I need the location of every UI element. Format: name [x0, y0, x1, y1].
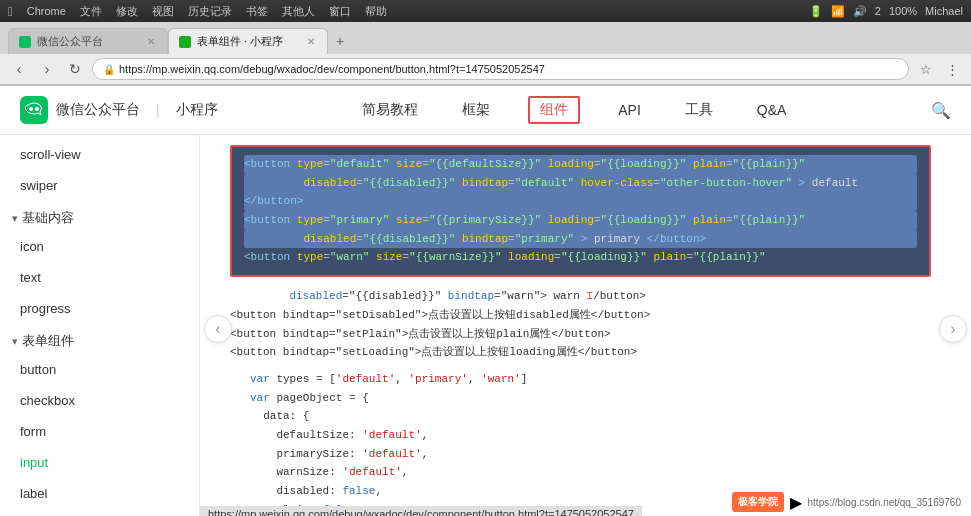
menu-help[interactable]: 帮助: [365, 4, 387, 19]
js-line-4: defaultSize: 'default',: [250, 426, 931, 445]
plain-line-1: disabled="{{disabled}}" bindtap="warn"> …: [230, 287, 931, 306]
tab-wechat[interactable]: 微信公众平台 ✕: [8, 28, 168, 54]
star-button[interactable]: ☆: [915, 58, 937, 80]
back-button[interactable]: ‹: [8, 58, 30, 80]
watermark: 极客学院 ▶ https://blog.csdn.net/qq_35169760: [732, 492, 961, 512]
nav-framework[interactable]: 框架: [456, 97, 496, 123]
next-arrow[interactable]: ›: [939, 315, 967, 343]
menu-view[interactable]: 视图: [152, 4, 174, 19]
mac-bar:  Chrome 文件 修改 视图 历史记录 书签 其他人 窗口 帮助 🔋 📶 …: [0, 0, 971, 22]
address-bar[interactable]: 🔒 https://mp.weixin.qq.com/debug/wxadoc/…: [92, 58, 909, 80]
plain-line-2: <button bindtap="setDisabled">点击设置以上按钮di…: [230, 306, 931, 325]
sidebar-section-basic: ▾ 基础内容: [0, 201, 199, 231]
sidebar-item-progress[interactable]: progress: [0, 293, 199, 324]
tab-close-doc[interactable]: ✕: [307, 36, 315, 47]
play-icon: ▶: [790, 493, 802, 512]
site-name: 微信公众平台: [56, 101, 140, 119]
sidebar-item-text[interactable]: text: [0, 262, 199, 293]
js-line-2: var pageObject = {: [250, 389, 931, 408]
menu-bookmarks[interactable]: 书签: [246, 4, 268, 19]
sidebar-item-label[interactable]: label: [0, 478, 199, 509]
mac-status: 🔋 📶 🔊 2 100% Michael: [809, 5, 963, 18]
menu-chrome[interactable]: Chrome: [27, 5, 66, 17]
code-panel: <button type="default" size="{{defaultSi…: [200, 135, 971, 516]
sidebar-item-picker[interactable]: picker: [0, 509, 199, 516]
js-line-1: var types = ['default', 'primary', 'warn…: [250, 370, 931, 389]
site-subtitle: 小程序: [176, 101, 218, 119]
toolbar-right: ☆ ⋮: [915, 58, 963, 80]
sidebar-item-checkbox[interactable]: checkbox: [0, 385, 199, 416]
search-button[interactable]: 🔍: [931, 101, 951, 120]
code-line-1: <button type="default" size="{{defaultSi…: [244, 155, 917, 174]
more-button[interactable]: ⋮: [941, 58, 963, 80]
chevron-down-icon-2: ▾: [12, 335, 18, 348]
code-line-5: <button type="warn" size="{{warnSize}}" …: [244, 248, 917, 267]
plain-code-block: disabled="{{disabled}}" bindtap="warn"> …: [230, 283, 931, 366]
nav-tutorial[interactable]: 简易教程: [356, 97, 424, 123]
code-line-2: disabled="{{disabled}}" bindtap="default…: [244, 174, 917, 211]
nav-component[interactable]: 组件: [528, 96, 580, 124]
menu-window[interactable]: 窗口: [329, 4, 351, 19]
site-header: 微信公众平台 | 小程序 简易教程 框架 组件 API 工具 Q&A 🔍: [0, 86, 971, 135]
highlighted-code-block: <button type="default" size="{{defaultSi…: [230, 145, 931, 277]
nav-api[interactable]: API: [612, 98, 647, 122]
sidebar-section-form-label: 表单组件: [22, 332, 74, 350]
battery-pct: 100%: [889, 5, 917, 17]
site-logo: 微信公众平台 | 小程序: [20, 96, 218, 124]
mac-menu:  Chrome 文件 修改 视图 历史记录 书签 其他人 窗口 帮助: [8, 4, 387, 19]
sidebar-item-scrollview[interactable]: scroll-view: [0, 139, 199, 170]
chevron-down-icon: ▾: [12, 212, 18, 225]
volume-icon: 🔊: [853, 5, 867, 18]
menu-history[interactable]: 历史记录: [188, 4, 232, 19]
plain-line-4: <button bindtap="setLoading">点击设置以上按钮loa…: [230, 343, 931, 362]
new-tab-button[interactable]: +: [328, 29, 352, 53]
nav-qa[interactable]: Q&A: [751, 98, 793, 122]
battery-icon: 🔋: [809, 5, 823, 18]
sidebar-section-basic-label: 基础内容: [22, 209, 74, 227]
tab-close-wechat[interactable]: ✕: [147, 36, 155, 47]
forward-button[interactable]: ›: [36, 58, 58, 80]
js-line-6: warnSize: 'default',: [250, 463, 931, 482]
tab-label-wechat: 微信公众平台: [37, 34, 103, 49]
username: Michael: [925, 5, 963, 17]
main-content: ‹ <button type="default" size="{{default…: [200, 135, 971, 516]
sidebar-item-form[interactable]: form: [0, 416, 199, 447]
sidebar-item-input[interactable]: input: [0, 447, 199, 478]
menu-other[interactable]: 其他人: [282, 4, 315, 19]
reload-button[interactable]: ↻: [64, 58, 86, 80]
plain-line-3: <button bindtap="setPlain">点击设置以上按钮plain…: [230, 325, 931, 344]
sidebar-item-swiper[interactable]: swiper: [0, 170, 199, 201]
sidebar-item-icon[interactable]: icon: [0, 231, 199, 262]
header-divider: |: [156, 102, 160, 118]
apple-icon: : [8, 4, 13, 19]
page-wrapper: 微信公众平台 | 小程序 简易教程 框架 组件 API 工具 Q&A 🔍 scr…: [0, 86, 971, 516]
code-line-4: disabled="{{disabled}}" bindtap="primary…: [244, 230, 917, 249]
tab-favicon-doc: [179, 36, 191, 48]
url-text: https://mp.weixin.qq.com/debug/wxadoc/de…: [119, 63, 545, 75]
menu-edit[interactable]: 修改: [116, 4, 138, 19]
tab-doc[interactable]: 表单组件 · 小程序 ✕: [168, 28, 328, 54]
brightness: 2: [875, 5, 881, 17]
code-line-3: <button type="primary" size="{{primarySi…: [244, 211, 917, 230]
sidebar-item-button[interactable]: button: [0, 354, 199, 385]
tab-bar: 微信公众平台 ✕ 表单组件 · 小程序 ✕ +: [0, 22, 971, 54]
js-line-3: data: {: [250, 407, 931, 426]
browser-toolbar: ‹ › ↻ 🔒 https://mp.weixin.qq.com/debug/w…: [0, 54, 971, 85]
sidebar: scroll-view swiper ▾ 基础内容 icon text prog…: [0, 135, 200, 516]
menu-file[interactable]: 文件: [80, 4, 102, 19]
content-area: scroll-view swiper ▾ 基础内容 icon text prog…: [0, 135, 971, 516]
watermark-logo: 极客学院: [732, 492, 784, 512]
sidebar-section-form: ▾ 表单组件: [0, 324, 199, 354]
wechat-logo-icon: [20, 96, 48, 124]
tab-favicon-wechat: [19, 36, 31, 48]
ssl-lock-icon: 🔒: [103, 64, 115, 75]
svg-point-0: [29, 107, 33, 111]
watermark-url: https://blog.csdn.net/qq_35169760: [808, 497, 961, 508]
svg-point-1: [35, 107, 39, 111]
wifi-icon: 📶: [831, 5, 845, 18]
browser-chrome: 微信公众平台 ✕ 表单组件 · 小程序 ✕ + ‹ › ↻ 🔒 https://…: [0, 22, 971, 86]
main-nav: 简易教程 框架 组件 API 工具 Q&A: [218, 96, 931, 124]
nav-tools[interactable]: 工具: [679, 97, 719, 123]
prev-arrow[interactable]: ‹: [204, 315, 232, 343]
tab-label-doc: 表单组件 · 小程序: [197, 34, 283, 49]
